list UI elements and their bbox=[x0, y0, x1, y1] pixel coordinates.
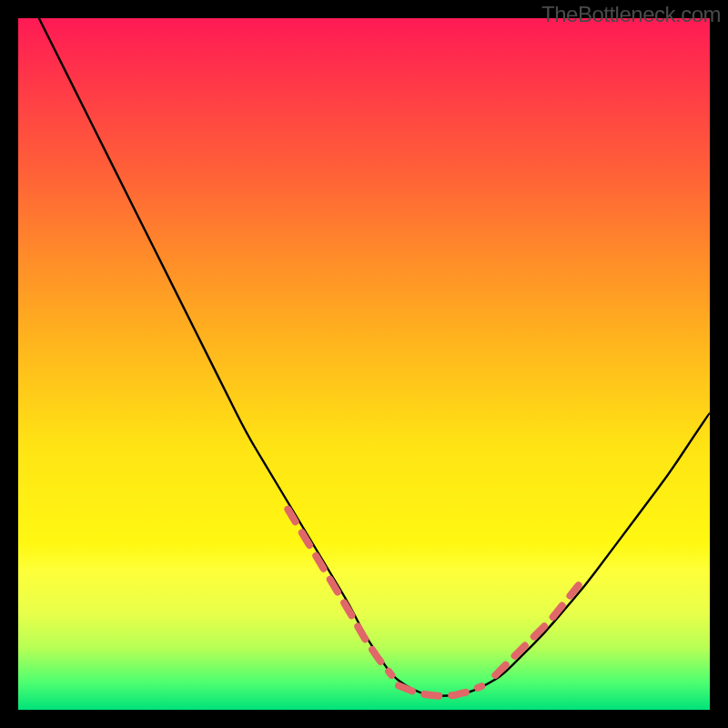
left-arm-red-dashes bbox=[288, 510, 391, 675]
bottleneck-curve bbox=[39, 18, 710, 696]
highlight-dash-group bbox=[288, 510, 578, 696]
right-arm-red-dashes bbox=[495, 585, 578, 675]
trough-red-dashes bbox=[399, 685, 481, 695]
plot-area bbox=[18, 18, 710, 710]
watermark-text: TheBottleneck.com bbox=[541, 2, 721, 27]
outer-frame: TheBottleneck.com bbox=[0, 0, 728, 728]
chart-svg bbox=[18, 18, 710, 710]
